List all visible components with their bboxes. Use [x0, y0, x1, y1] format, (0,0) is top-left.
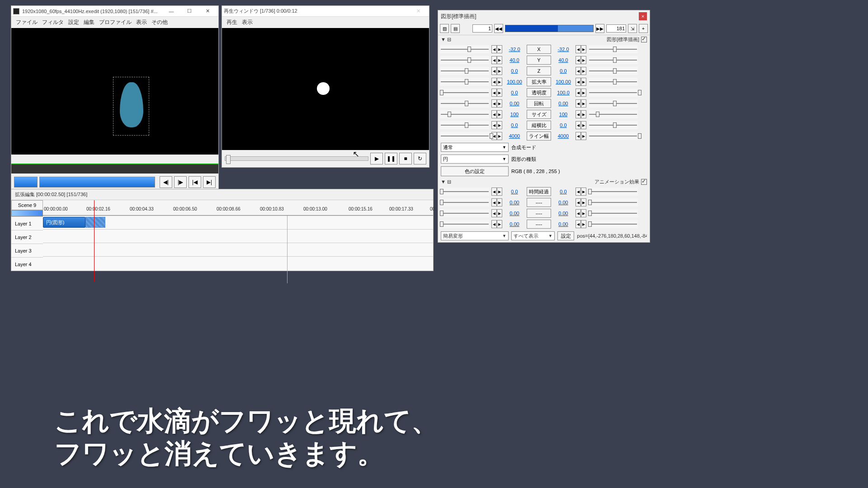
props-icon-3[interactable]: ⇲ — [628, 24, 637, 33]
playhead[interactable] — [94, 200, 94, 282]
blend-mode-select[interactable]: 通常 — [441, 143, 509, 152]
section-toggle-2[interactable]: ▼ ⊟ — [441, 179, 451, 185]
play-close-button[interactable]: ✕ — [409, 6, 427, 16]
param-縦横比-dec-left[interactable]: ◀ — [491, 121, 497, 129]
param-縦横比-inc-right[interactable]: ▶ — [581, 121, 586, 129]
prev-frame-button[interactable]: ◀| — [160, 176, 172, 188]
anim-0-inc-right[interactable]: ▶ — [581, 188, 586, 196]
param-Y-value-left[interactable]: 40.0 — [504, 57, 525, 63]
anim-3-dec-right[interactable]: ◀ — [576, 220, 581, 228]
param-縦横比-value-right[interactable]: 0.0 — [553, 122, 574, 128]
props-icon-2[interactable]: ▤ — [451, 24, 460, 33]
menu-other[interactable]: その他 — [151, 19, 168, 26]
main-preview[interactable] — [11, 28, 218, 155]
param-サイズ-inc-right[interactable]: ▶ — [581, 110, 586, 118]
param-ライン幅-value-right[interactable]: 4000 — [553, 133, 574, 139]
anim-3-slider-right[interactable] — [588, 220, 638, 228]
play-titlebar[interactable]: 再生ウィンドウ [1/736] 0:00/0:12 ✕ — [222, 6, 429, 17]
anim-0-dec-left[interactable]: ◀ — [491, 188, 497, 196]
scene-scrollbar[interactable] — [11, 210, 43, 216]
anim-1-value-right[interactable]: 0.00 — [553, 200, 574, 205]
param-ライン幅-dec-right[interactable]: ◀ — [576, 132, 581, 140]
play-button[interactable]: ▶ — [370, 153, 383, 164]
param-Y-dec-right[interactable]: ◀ — [576, 56, 581, 64]
param-Y-slider-right[interactable] — [588, 56, 638, 64]
param-X-value-right[interactable]: -32.0 — [553, 47, 574, 52]
timeline-tracks[interactable]: 00:00:00.00 00:00:02.16 00:00:04.33 00:0… — [43, 200, 433, 271]
anim-0-value-right[interactable]: 0.0 — [553, 189, 574, 194]
anim-0-inc-left[interactable]: ▶ — [497, 188, 502, 196]
frame-next-button[interactable]: ▶▶ — [595, 24, 604, 33]
anim-3-label-button[interactable]: ---- — [527, 220, 551, 229]
param-透明度-slider-right[interactable] — [588, 89, 638, 97]
param-Y-dec-left[interactable]: ◀ — [491, 56, 497, 64]
display-select[interactable]: すべて表示 — [511, 231, 555, 240]
param-透明度-dec-left[interactable]: ◀ — [491, 89, 497, 97]
param-Z-inc-right[interactable]: ▶ — [581, 67, 586, 75]
param-ライン幅-slider-left[interactable] — [440, 132, 490, 140]
param-X-dec-left[interactable]: ◀ — [491, 45, 497, 53]
param-サイズ-inc-left[interactable]: ▶ — [497, 110, 502, 118]
param-Z-label-button[interactable]: Z — [527, 66, 551, 75]
param-サイズ-value-left[interactable]: 100 — [504, 112, 525, 117]
anim-3-slider-left[interactable] — [440, 220, 490, 228]
param-縦横比-slider-right[interactable] — [588, 121, 638, 129]
frame-slider-main[interactable] — [39, 177, 155, 188]
param-Z-value-right[interactable]: 0.0 — [553, 68, 574, 74]
param-縦横比-inc-left[interactable]: ▶ — [497, 121, 502, 129]
param-回転-label-button[interactable]: 回転 — [527, 99, 551, 108]
anim-0-value-left[interactable]: 0.0 — [504, 189, 525, 194]
param-ライン幅-slider-right[interactable] — [588, 132, 638, 140]
stop-button[interactable]: ■ — [399, 153, 412, 164]
menu-profile[interactable]: プロファイル — [99, 19, 132, 26]
param-回転-dec-left[interactable]: ◀ — [491, 99, 497, 108]
scene-tab[interactable]: Scene 9 — [11, 200, 43, 210]
menu-settings[interactable]: 設定 — [68, 19, 79, 26]
anim-1-slider-right[interactable] — [588, 198, 638, 206]
param-拡大率-dec-left[interactable]: ◀ — [491, 78, 497, 86]
anim-2-dec-left[interactable]: ◀ — [491, 209, 497, 217]
anim-2-value-left[interactable]: 0.00 — [504, 211, 525, 216]
param-Z-dec-right[interactable]: ◀ — [576, 67, 581, 75]
anim-3-dec-left[interactable]: ◀ — [491, 220, 497, 228]
param-回転-value-right[interactable]: 0.00 — [553, 101, 574, 106]
frame-range-bar[interactable] — [505, 25, 594, 32]
layer-3-track[interactable] — [43, 243, 433, 256]
param-拡大率-value-right[interactable]: 100.00 — [553, 79, 574, 84]
next-frame-button[interactable]: |▶ — [174, 176, 187, 188]
param-透明度-value-left[interactable]: 0.0 — [504, 90, 525, 95]
param-縦横比-dec-right[interactable]: ◀ — [576, 121, 581, 129]
pause-button[interactable]: ❚❚ — [385, 153, 397, 164]
anim-2-dec-right[interactable]: ◀ — [576, 209, 581, 217]
param-Z-slider-right[interactable] — [588, 67, 638, 75]
clip-circle-shape[interactable]: 円(図形) — [43, 217, 85, 228]
play-seek-slider[interactable] — [225, 156, 368, 161]
param-サイズ-slider-left[interactable] — [440, 110, 490, 118]
param-ライン幅-value-left[interactable]: 4000 — [504, 133, 525, 139]
param-X-slider-right[interactable] — [588, 45, 638, 53]
param-Z-value-left[interactable]: 0.0 — [504, 68, 525, 74]
param-回転-inc-left[interactable]: ▶ — [497, 99, 502, 108]
close-button[interactable]: ✕ — [198, 6, 217, 16]
anim-1-label-button[interactable]: ---- — [527, 198, 551, 207]
layer-1-track[interactable]: 円(図形) — [43, 216, 433, 229]
param-回転-value-left[interactable]: 0.00 — [504, 101, 525, 106]
shape-type-select[interactable]: 円 — [441, 155, 509, 164]
play-menu-play[interactable]: 再生 — [226, 19, 237, 26]
layer-3-label[interactable]: Layer 3 — [11, 244, 43, 257]
minimize-button[interactable]: — — [162, 6, 180, 16]
menu-edit[interactable]: 編集 — [84, 19, 94, 26]
anim-1-value-left[interactable]: 0.00 — [504, 200, 525, 205]
param-Y-inc-right[interactable]: ▶ — [581, 56, 586, 64]
param-透明度-inc-right[interactable]: ▶ — [581, 89, 586, 97]
maximize-button[interactable]: ☐ — [180, 6, 198, 16]
param-拡大率-label-button[interactable]: 拡大率 — [527, 77, 551, 86]
param-透明度-value-right[interactable]: 100.0 — [553, 90, 574, 95]
section-1-checkbox[interactable] — [641, 37, 647, 42]
anim-0-label-button[interactable]: 時間経過 — [527, 187, 551, 196]
effect-select[interactable]: 簡易変形 — [441, 231, 509, 240]
section-toggle-1[interactable]: ▼ ⊟ — [441, 37, 451, 42]
param-拡大率-dec-right[interactable]: ◀ — [576, 78, 581, 86]
param-透明度-label-button[interactable]: 透明度 — [527, 88, 551, 97]
param-拡大率-inc-right[interactable]: ▶ — [581, 78, 586, 86]
